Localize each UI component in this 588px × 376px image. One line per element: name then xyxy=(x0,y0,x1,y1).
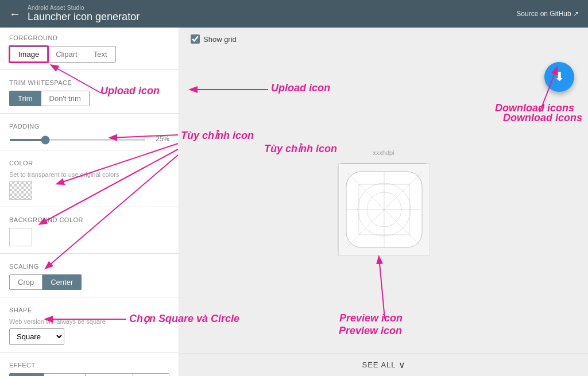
bg-color-section: Background color xyxy=(0,210,179,251)
app-subtitle: Android Asset Studio xyxy=(28,5,140,11)
padding-section: Padding 25% xyxy=(0,116,179,148)
effect-section: Effect None Elevate Cast shadow Score xyxy=(0,355,179,376)
topbar: ← Android Asset Studio Launcher icon gen… xyxy=(0,0,588,28)
icon-grid-svg xyxy=(338,164,430,255)
download-icon: ⬇ xyxy=(554,69,564,84)
github-link[interactable]: Source on GitHub ↗ xyxy=(516,10,579,18)
scaling-section: Scaling Crop Center xyxy=(0,256,179,294)
tuy-chinh-annotation: Tùy chỉnh icon xyxy=(264,142,337,155)
padding-label: Padding xyxy=(9,123,169,130)
app-brand: Android Asset Studio Launcher icon gener… xyxy=(28,5,140,23)
dont-trim-btn[interactable]: Don't trim xyxy=(41,91,90,106)
show-grid-text: Show grid xyxy=(203,35,237,44)
download-icons-annotation: Download icons xyxy=(495,102,574,114)
show-grid-label[interactable]: Show grid xyxy=(191,34,237,44)
download-button[interactable]: ⬇ xyxy=(544,62,574,92)
back-button[interactable]: ← xyxy=(9,8,21,20)
scale-crop-btn[interactable]: Crop xyxy=(9,274,42,290)
main-container: Foreground Image Clipart Text Trim white… xyxy=(0,28,588,376)
slider-row: 25% xyxy=(9,134,169,143)
foreground-section: Foreground Image Clipart Text xyxy=(0,28,179,67)
foreground-tab-group: Image Clipart Text xyxy=(9,46,116,63)
scale-center-btn[interactable]: Center xyxy=(42,274,82,290)
sidebar: Foreground Image Clipart Text Trim white… xyxy=(0,28,179,376)
shape-label: Shape xyxy=(9,307,169,313)
scaling-label: Scaling xyxy=(9,263,169,270)
chevron-down-icon: ∨ xyxy=(399,359,405,370)
tab-text[interactable]: Text xyxy=(86,46,115,62)
shape-section: Shape Web version will always be square … xyxy=(0,300,179,350)
effect-elevate-btn[interactable]: Elevate xyxy=(44,373,86,376)
divider-3 xyxy=(0,150,179,150)
shape-select[interactable]: Square Circle xyxy=(9,328,64,345)
trim-btn-group: Trim Don't trim xyxy=(9,91,169,106)
see-all-row[interactable]: SEE ALL ∨ xyxy=(179,353,588,376)
divider-4 xyxy=(0,207,179,207)
tab-clipart[interactable]: Clipart xyxy=(48,46,86,62)
divider-2 xyxy=(0,113,179,114)
icon-preview-box xyxy=(338,163,430,255)
see-all-text: SEE ALL xyxy=(362,361,396,369)
tab-image-wrap: Image xyxy=(10,46,48,62)
effect-cast-shadow-btn[interactable]: Cast shadow xyxy=(86,373,133,376)
content-toolbar: Show grid xyxy=(179,28,588,51)
preview-wrapper: xxxhdpi xyxy=(338,149,430,255)
effect-label: Effect xyxy=(9,362,169,369)
scale-btn-group: Crop Center xyxy=(9,274,169,290)
trim-btn[interactable]: Trim xyxy=(9,91,41,106)
bg-color-label: Background color xyxy=(9,216,169,223)
divider-7 xyxy=(0,352,179,352)
preview-density-label: xxxhdpi xyxy=(373,149,394,156)
color-section: Color Set to transparent to use original… xyxy=(0,153,179,204)
color-swatch[interactable] xyxy=(9,181,32,200)
content-area: Show grid xxxhdpi xyxy=(179,28,588,376)
padding-slider-container xyxy=(9,134,145,143)
upload-icon-annotation: Upload icon xyxy=(271,82,330,94)
divider-6 xyxy=(0,297,179,297)
effect-btn-group: None Elevate Cast shadow Score xyxy=(9,373,169,376)
divider-1 xyxy=(0,69,179,70)
app-title: Launcher icon generator xyxy=(28,11,140,23)
color-label: Color xyxy=(9,160,169,166)
padding-slider[interactable] xyxy=(9,139,145,141)
padding-value: 25% xyxy=(152,135,169,143)
bg-color-swatch[interactable] xyxy=(9,228,32,246)
tab-image[interactable]: Image xyxy=(9,46,48,63)
preview-icon-annotation: Preview icon xyxy=(339,312,403,324)
trim-section: Trim whitespace Trim Don't trim xyxy=(0,72,179,111)
preview-area: xxxhdpi xyxy=(179,51,588,353)
color-hint: Set to transparent to use original color… xyxy=(9,171,169,178)
trim-label: Trim whitespace xyxy=(9,79,169,86)
show-grid-checkbox[interactable] xyxy=(191,34,200,44)
foreground-label: Foreground xyxy=(9,34,169,41)
effect-score-btn[interactable]: Score xyxy=(133,373,169,376)
effect-none-btn[interactable]: None xyxy=(9,373,44,376)
shape-hint: Web version will always be square xyxy=(9,318,169,325)
divider-5 xyxy=(0,253,179,254)
